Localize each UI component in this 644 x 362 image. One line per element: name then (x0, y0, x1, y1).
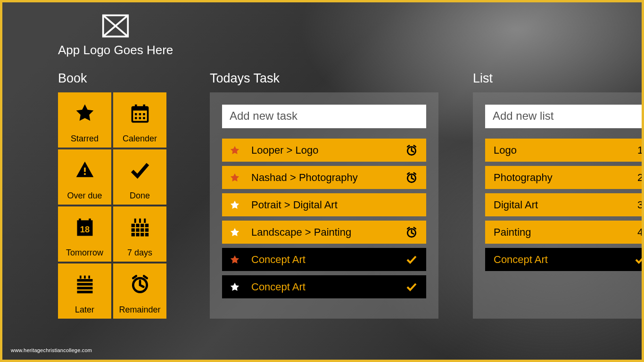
list-row[interactable]: Photography2 (485, 166, 644, 189)
task-row[interactable]: Looper > Logo (222, 139, 426, 162)
alarm-icon[interactable] (404, 226, 420, 239)
warning-icon (74, 149, 95, 191)
list-count: 2 (631, 172, 644, 184)
star-icon[interactable] (229, 173, 241, 183)
check-icon (130, 149, 150, 191)
task-row[interactable]: Nashad > Photography (222, 166, 426, 189)
list-item-title: Logo (494, 144, 517, 156)
check-icon[interactable] (404, 281, 420, 293)
book-tile-starred[interactable]: Starred (58, 92, 111, 148)
list-panel: Add new list Logo1Photography2Digital Ar… (473, 92, 644, 319)
alarm-icon[interactable] (404, 172, 420, 184)
list-section: List Add new list Logo1Photography2Digit… (473, 71, 644, 319)
star-icon[interactable] (229, 200, 241, 210)
task-row[interactable]: Potrait > Digital Art (222, 193, 426, 216)
star-icon (74, 92, 95, 134)
tile-label: Remainder (119, 305, 160, 315)
todays-task-title: Todays Task (210, 71, 438, 86)
calendar-18-icon (74, 206, 95, 248)
book-section-title: Book (58, 71, 173, 86)
tile-label: 7 days (127, 248, 152, 258)
task-title: Concept Art (241, 254, 404, 266)
tile-label: Later (75, 305, 94, 315)
tile-label: Starred (71, 134, 99, 144)
app-title: App Logo Goes Here (58, 43, 173, 58)
task-title: Potrait > Digital Art (241, 199, 404, 211)
tile-label: Over due (67, 191, 102, 201)
todays-task-panel: Add new task Looper > LogoNashad > Photo… (210, 92, 438, 319)
task-row[interactable]: Concept Art (222, 248, 426, 271)
app-header: App Logo Goes Here (58, 13, 173, 58)
tile-label: Tomorrow (66, 248, 103, 258)
check-icon[interactable] (404, 254, 420, 265)
list-item-title: Photography (494, 172, 553, 184)
add-task-input[interactable]: Add new task (222, 105, 426, 128)
alarm-icon[interactable] (404, 144, 420, 156)
list-row[interactable]: Digital Art3 (485, 193, 644, 216)
task-title: Looper > Logo (241, 144, 404, 156)
star-icon[interactable] (229, 282, 241, 292)
week-icon (130, 206, 150, 248)
book-tile-calender[interactable]: Calender (113, 92, 166, 148)
task-row[interactable]: Concept Art (222, 275, 426, 298)
star-icon[interactable] (229, 145, 241, 156)
book-tile-7-days[interactable]: 7 days (113, 206, 166, 262)
list-count: 1 (631, 144, 644, 156)
add-list-input[interactable]: Add new list (485, 105, 644, 128)
list-row[interactable]: Concept Art (485, 248, 644, 271)
list-count: 3 (631, 199, 644, 211)
calendar-icon (130, 92, 150, 134)
list-icon (74, 263, 95, 305)
book-tile-tomorrow[interactable]: Tomorrow (58, 206, 111, 262)
todays-task-section: Todays Task Add new task Looper > LogoNa… (210, 71, 438, 319)
book-tile-done[interactable]: Done (113, 149, 166, 205)
star-icon[interactable] (229, 227, 241, 238)
list-item-title: Digital Art (494, 199, 538, 211)
book-section: Book StarredCalenderOver dueDoneTomorrow… (58, 71, 173, 319)
list-item-title: Concept Art (494, 254, 548, 266)
task-title: Concept Art (241, 281, 404, 293)
watermark: www.heritagechristiancollege.com (11, 347, 92, 353)
task-title: Nashad > Photography (241, 172, 404, 184)
star-icon[interactable] (229, 255, 241, 265)
list-row[interactable]: Logo1 (485, 139, 644, 162)
list-count: 4 (631, 226, 644, 239)
list-row[interactable]: Painting4 (485, 221, 644, 244)
list-section-title: List (473, 71, 644, 86)
book-tile-over-due[interactable]: Over due (58, 149, 111, 205)
app-logo-placeholder-icon (101, 13, 130, 41)
tile-label: Calender (123, 134, 157, 144)
book-tile-remainder[interactable]: Remainder (113, 263, 166, 319)
task-title: Landscape > Painting (241, 226, 404, 239)
check-icon (631, 254, 644, 265)
tile-label: Done (130, 191, 150, 201)
list-item-title: Painting (494, 226, 531, 239)
task-row[interactable]: Landscape > Painting (222, 221, 426, 244)
alarm-icon (130, 263, 150, 305)
book-tile-later[interactable]: Later (58, 263, 111, 319)
